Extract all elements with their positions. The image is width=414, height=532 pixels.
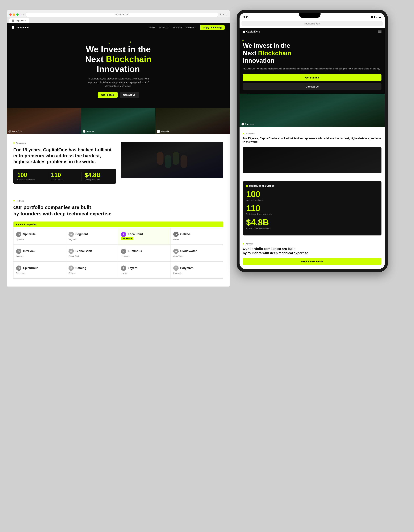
hero-image-3: Nietzsche xyxy=(155,108,230,134)
hero-line2: Next Blockchain xyxy=(85,54,152,64)
stat-revenue-label: Revenue Growth Rate xyxy=(17,179,44,180)
wifi-icon: ◡ xyxy=(376,16,378,18)
stat-cac: 110 CAC:CLV Ratio xyxy=(51,172,82,180)
company-cell-spherule[interactable]: ⊙ Spherule Spherule xyxy=(13,228,66,245)
company-cell-polymath[interactable]: ◌ Polymath Polymath xyxy=(171,262,223,278)
hero-image-label-1: Acme Corp xyxy=(8,130,22,133)
mobile-eco-photo xyxy=(243,147,382,173)
url-text: capitalone.com xyxy=(115,13,129,16)
mobile-logo-text: CapitalOne xyxy=(246,30,260,33)
catalog-name: Catalog xyxy=(75,266,86,270)
mobile-stats-title: CapitalOne at a Glance xyxy=(249,185,274,187)
hamburger-menu[interactable] xyxy=(378,30,382,33)
hero-description: At CapitalOne, we provide strategic capi… xyxy=(87,77,150,88)
spherule-label: Spherule xyxy=(16,238,24,241)
globalbank-name: GlobalBank xyxy=(75,249,92,253)
mobile-stats-header: CapitalOne at a Glance xyxy=(246,185,378,187)
mobile-ecosystem: Ecosystem For 13 years, CapitalOne has b… xyxy=(240,127,385,181)
mobile-stats-dot xyxy=(246,185,248,187)
layers-icon: ⧉ xyxy=(121,266,126,271)
browser-actions: ⬆ + ⧉ xyxy=(220,13,227,16)
company-cell-epicurious[interactable]: ⚇ Epicurious Epicurious xyxy=(13,262,66,278)
mobile-hero-image: Spherule xyxy=(240,94,385,127)
forward-button[interactable]: › xyxy=(23,13,24,16)
mobile-portfolio-heading: Our portfolio companies are built by fou… xyxy=(243,247,382,255)
mobile-hero-desc: AtCapitalOne, we provide strategic capit… xyxy=(243,67,382,71)
back-button[interactable]: ‹ xyxy=(21,13,22,16)
minimize-button[interactable] xyxy=(13,13,15,16)
catalog-logo-row: Ⓒ Catalog xyxy=(68,266,86,271)
portfolio-section: Portfolio Our portfolio companies are bu… xyxy=(7,192,230,286)
mobile-stat-3-label: Assets Under Management xyxy=(246,227,378,229)
mobile-browser: 9:41 ▋▋▋ ◡ ▬ capitalone.com CapitalOne xyxy=(237,10,388,522)
address-bar[interactable]: capitalone.com xyxy=(26,12,218,17)
company-cell-luminous[interactable]: ≋ Luminous Luminous xyxy=(118,245,171,262)
mobile-stats-card: CapitalOne at a Glance 100 Venture Inves… xyxy=(243,181,382,236)
company-cell-cloudwatch[interactable]: ☁ CloudWatch CloudWatch xyxy=(171,245,223,262)
bookmark-icon[interactable]: + xyxy=(223,13,224,16)
mobile-stat-3: $4.8B Assets Under Management xyxy=(246,218,378,229)
luminous-name: Luminous xyxy=(128,249,142,253)
hero-line1: We Invest in the xyxy=(86,45,151,54)
nav-home[interactable]: Home xyxy=(148,26,154,29)
cloudwatch-logo-row: ☁ CloudWatch xyxy=(173,249,197,254)
mobile-portfolio-dot xyxy=(243,243,244,245)
interlock-label: Interlock xyxy=(16,255,23,257)
hero-image-2: Spherule xyxy=(81,108,155,134)
ecosystem-tag: Ecosystem xyxy=(13,142,116,144)
nav-portfolio[interactable]: Portfolio xyxy=(173,26,182,29)
stat-revenue: 100 Revenue Growth Rate xyxy=(17,172,48,180)
mobile-recent-investments-button[interactable]: Recent Investments xyxy=(243,258,382,265)
company-cell-interlock[interactable]: ⊕ Interlock Interlock xyxy=(13,245,66,262)
mobile-contact-button[interactable]: Contact Us xyxy=(243,83,382,90)
galileo-name: Galileo xyxy=(180,232,190,236)
company-cell-layers[interactable]: ⧉ Layers Layers xyxy=(118,262,171,278)
mobile-address-bar[interactable]: capitalone.com xyxy=(241,21,383,26)
galileo-logo-row: ◑ Galileo xyxy=(173,232,190,237)
mobile-get-funded-button[interactable]: Get Funded xyxy=(243,74,382,81)
luminous-label: Luminous xyxy=(121,255,129,257)
cloudwatch-name: CloudWatch xyxy=(180,249,197,253)
battery-icon: ▬ xyxy=(379,16,381,18)
nav-about[interactable]: About Us xyxy=(159,26,169,29)
ecosystem-text: Ecosystem For 13 years, CapitalOne has b… xyxy=(13,142,116,184)
contact-us-button[interactable]: Contact Us xyxy=(120,92,139,98)
galileo-label: Galileo xyxy=(173,238,179,241)
company-cell-focalpoint[interactable]: ✳ FocalPoint FocalPoint xyxy=(118,228,171,245)
tabs-icon[interactable]: ⧉ xyxy=(226,13,227,16)
mobile-portfolio-tag: Portfolio xyxy=(243,243,382,245)
share-icon[interactable]: ⬆ xyxy=(220,13,222,16)
mobile-hero-heading: We Invest in the Next Blockchain Innovat… xyxy=(243,42,382,65)
apply-funding-button[interactable]: Apply for Funding xyxy=(200,25,225,30)
stat-cac-value: 110 xyxy=(51,172,78,178)
close-button[interactable] xyxy=(9,13,12,16)
get-funded-button[interactable]: Get Funded xyxy=(97,92,118,98)
polymath-logo-row: ◌ Polymath xyxy=(173,266,193,271)
star-decoration-2: ✦ xyxy=(129,40,131,44)
stat-burn: $4.8B Monthly Burn Rate xyxy=(85,172,112,180)
layers-logo-row: ⧉ Layers xyxy=(121,266,137,271)
mobile-screen: 9:41 ▋▋▋ ◡ ▬ capitalone.com CapitalOne xyxy=(240,13,385,269)
maximize-button[interactable] xyxy=(16,13,19,16)
tab-favicon xyxy=(12,19,14,22)
mobile-nav: CapitalOne xyxy=(240,28,385,36)
company-cell-segment[interactable]: ◎ Segment Segment xyxy=(66,228,118,245)
desktop-browser: ‹ › capitalone.com ⬆ + ⧉ CapitalOne Capi… xyxy=(7,10,230,522)
epicurious-label: Epicurious xyxy=(16,272,25,274)
company-grid: ⊙ Spherule Spherule ◎ Segment Segment ✳ xyxy=(13,228,223,279)
acme-icon xyxy=(8,130,11,133)
logo-text: CapitalOne xyxy=(16,26,29,29)
ecosystem-section: Ecosystem For 13 years, CapitalOne has b… xyxy=(7,134,230,192)
company-cell-globalbank[interactable]: ◉ GlobalBank Global Bank xyxy=(66,245,118,262)
mobile-stat-1: 100 Venture Investments xyxy=(246,190,378,201)
epicurious-logo-row: ⚇ Epicurious xyxy=(16,266,38,271)
portfolio-tag-dot xyxy=(13,200,15,201)
hero-heading: We Invest in the Next Blockchain Innovat… xyxy=(13,45,223,74)
mobile-hero-img-label: Spherule xyxy=(241,123,254,125)
company-cell-galileo[interactable]: ◑ Galileo Galileo xyxy=(171,228,223,245)
company-cell-catalog[interactable]: Ⓒ Catalog Catalog xyxy=(66,262,118,278)
active-tab[interactable]: CapitalOne xyxy=(9,18,29,23)
nav-investors[interactable]: Investors xyxy=(186,26,196,29)
hero-buttons: Get Funded Contact Us xyxy=(13,92,223,98)
browser-chrome: ‹ › capitalone.com ⬆ + ⧉ xyxy=(7,10,230,17)
